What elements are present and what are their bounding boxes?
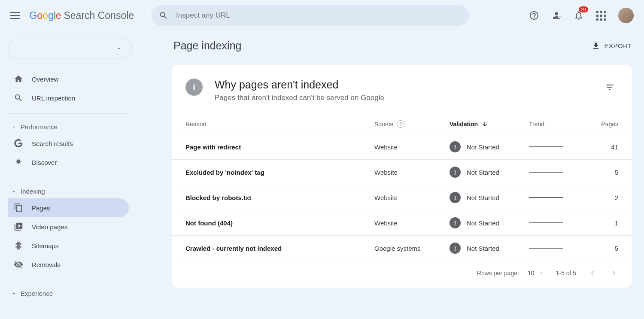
reason-cell: Crawled - currently not indexed <box>185 245 374 252</box>
trend-cell <box>529 172 598 173</box>
sidebar-item-search-results[interactable]: Search results <box>8 134 129 153</box>
source-cell: Website <box>374 194 450 201</box>
trend-cell <box>529 197 598 198</box>
validation-cell: !Not Started <box>450 167 529 178</box>
app-header: Google Search Console 20 <box>0 0 644 31</box>
logo[interactable]: Google Search Console <box>29 9 134 21</box>
sidebar-item-overview[interactable]: Overview <box>8 70 129 88</box>
user-avatar[interactable] <box>618 8 634 23</box>
sidebar-item-label: Sitemaps <box>32 242 59 249</box>
sidebar-item-discover[interactable]: Discover <box>8 153 129 172</box>
notification-badge: 20 <box>579 6 588 12</box>
trend-sparkline <box>529 197 563 198</box>
url-inspect-search[interactable] <box>151 5 469 26</box>
card-title: Why pages aren't indexed <box>215 79 384 91</box>
column-header-reason[interactable]: Reason <box>185 121 374 128</box>
chevron-down-icon <box>11 125 16 130</box>
search-icon <box>14 93 23 103</box>
sidebar-item-video-pages[interactable]: Video pages <box>8 217 129 236</box>
validation-cell: !Not Started <box>450 141 529 152</box>
info-icon: i <box>185 79 203 96</box>
chevron-down-icon <box>539 270 544 276</box>
reasons-card: i Why pages aren't indexed Pages that ar… <box>172 65 632 288</box>
chevron-down-icon <box>11 291 16 296</box>
pages-cell: 41 <box>598 143 618 151</box>
sidebar-group-label: Performance <box>21 123 58 131</box>
filter-button[interactable] <box>601 79 618 97</box>
home-icon <box>14 74 23 84</box>
sidebar-group-label: Indexing <box>21 188 45 195</box>
column-header-pages[interactable]: Pages <box>598 121 618 128</box>
apps-grid-icon[interactable] <box>596 10 606 21</box>
sidebar-item-url-inspection[interactable]: URL inspection <box>8 88 129 107</box>
property-selector[interactable] <box>8 39 132 58</box>
hamburger-menu-icon[interactable] <box>10 10 21 21</box>
search-input[interactable] <box>176 11 461 20</box>
sidebar-item-sitemaps[interactable]: Sitemaps <box>8 236 129 255</box>
exclamation-icon: ! <box>450 192 461 203</box>
table-row[interactable]: Not found (404)Website!Not Started1 <box>172 210 632 236</box>
sidebar-item-label: Removals <box>32 261 61 268</box>
sidebar-item-pages[interactable]: Pages <box>8 198 129 217</box>
sidebar-group-experience[interactable]: Experience <box>8 286 133 301</box>
sidebar-group-performance[interactable]: Performance <box>8 120 133 134</box>
export-label: EXPORT <box>605 42 632 49</box>
divider <box>8 113 130 114</box>
source-cell: Website <box>374 143 450 151</box>
validation-cell: !Not Started <box>450 217 529 228</box>
page-title: Page indexing <box>173 39 241 52</box>
pages-cell: 1 <box>598 219 618 227</box>
sidebar-group-label: Experience <box>21 290 53 297</box>
sidebar-group-indexing[interactable]: Indexing <box>8 184 133 198</box>
star-burst-icon <box>14 158 23 167</box>
table-header: Reason Source ? Validation Trend Pages <box>172 114 632 134</box>
validation-cell: !Not Started <box>450 243 529 254</box>
google-g-icon <box>14 139 23 148</box>
logo-text: Search Console <box>64 10 134 21</box>
column-header-source[interactable]: Source ? <box>374 120 450 128</box>
column-header-validation[interactable]: Validation <box>450 121 529 128</box>
divider <box>8 178 130 178</box>
chevron-down-icon <box>116 46 122 51</box>
next-page-button[interactable] <box>610 269 618 277</box>
help-icon[interactable]: ? <box>397 120 404 128</box>
source-cell: Website <box>374 219 450 227</box>
reason-cell: Not found (404) <box>185 219 374 227</box>
sidebar-item-label: Search results <box>32 140 73 147</box>
google-logo: Google <box>29 9 61 21</box>
trend-cell <box>529 222 598 223</box>
table-row[interactable]: Crawled - currently not indexedGoogle sy… <box>172 236 632 261</box>
table-row[interactable]: Page with redirectWebsite!Not Started41 <box>172 134 632 160</box>
table-footer: Rows per page: 10 1-5 of 5 <box>172 261 632 288</box>
trend-sparkline <box>529 248 563 249</box>
exclamation-icon: ! <box>450 167 461 178</box>
prev-page-button[interactable] <box>588 269 597 277</box>
notifications-icon[interactable]: 20 <box>574 10 584 21</box>
visibility-off-icon <box>14 260 23 269</box>
table-row[interactable]: Excluded by 'noindex' tagWebsite!Not Sta… <box>172 160 632 185</box>
manage-users-icon[interactable] <box>551 10 562 21</box>
pages-cell: 5 <box>598 169 618 176</box>
help-icon[interactable] <box>529 10 539 21</box>
validation-cell: !Not Started <box>450 192 529 203</box>
download-icon <box>592 42 600 50</box>
sidebar-item-label: URL inspection <box>32 94 75 102</box>
export-button[interactable]: EXPORT <box>592 42 632 50</box>
card-subtitle: Pages that aren't indexed can't be serve… <box>215 94 384 102</box>
table-row[interactable]: Blocked by robots.txtWebsite!Not Started… <box>172 185 632 210</box>
trend-sparkline <box>529 172 563 173</box>
pages-cell: 5 <box>598 245 618 252</box>
sidebar-item-label: Video pages <box>32 223 67 231</box>
pages-cell: 2 <box>598 194 618 201</box>
filter-list-icon <box>605 82 615 92</box>
source-cell: Google systems <box>374 245 450 252</box>
trend-sparkline <box>529 146 563 147</box>
exclamation-icon: ! <box>450 141 461 152</box>
sidebar-item-removals[interactable]: Removals <box>8 255 129 274</box>
chevron-down-icon <box>11 189 16 194</box>
video-pages-icon <box>14 222 23 231</box>
rows-per-page-select[interactable]: 10 <box>528 270 544 276</box>
column-header-trend[interactable]: Trend <box>529 121 598 128</box>
sidebar-item-label: Overview <box>32 76 59 83</box>
exclamation-icon: ! <box>450 217 461 228</box>
